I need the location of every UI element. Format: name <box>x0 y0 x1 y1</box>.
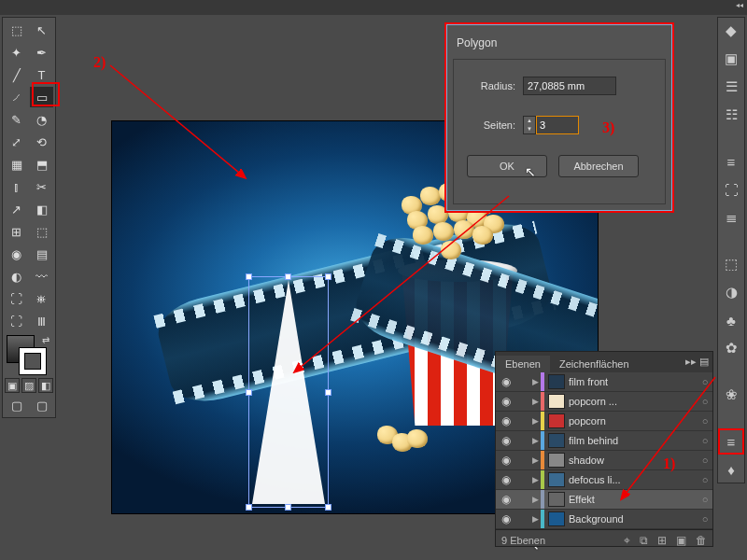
disclosure-icon[interactable]: ▶ <box>529 475 541 484</box>
screen-mode-icon[interactable]: ▢ <box>5 395 28 415</box>
brush-tool-icon[interactable]: ✎ <box>5 109 28 130</box>
disclosure-icon[interactable]: ▶ <box>529 377 541 386</box>
sides-input[interactable] <box>536 116 579 134</box>
visibility-toggle-icon[interactable]: ◉ <box>496 375 516 388</box>
fill-stroke-swatch[interactable]: ⇄ <box>5 333 53 376</box>
align-panel-icon[interactable]: ♣ <box>720 309 742 331</box>
eyedropper-tool-icon[interactable]: ◉ <box>5 244 28 264</box>
disclosure-icon[interactable]: ▶ <box>529 514 541 524</box>
disclosure-icon[interactable]: ▶ <box>529 416 541 426</box>
target-icon[interactable]: ○ <box>698 435 712 446</box>
panel-menu-icon[interactable]: ▸▸ ▤ <box>685 356 709 368</box>
symbols-panel-icon[interactable]: ☷ <box>720 104 742 126</box>
layer-name[interactable]: film front <box>569 376 698 387</box>
disclosure-icon[interactable]: ▶ <box>529 436 541 445</box>
zoom-tool-icon[interactable]: Ⅲ <box>30 311 53 331</box>
layer-name[interactable]: popcorn ... <box>569 396 698 407</box>
width-tool-icon[interactable]: ⫿ <box>5 176 28 197</box>
rotate-tool-icon[interactable]: ▦ <box>5 154 28 175</box>
target-icon[interactable]: ○ <box>698 513 712 525</box>
color-none-icon[interactable]: ◧ <box>38 378 53 393</box>
visibility-toggle-icon[interactable]: ◉ <box>496 473 516 486</box>
layer-name[interactable]: defocus li... <box>569 474 698 485</box>
layer-name[interactable]: film behind <box>569 435 698 446</box>
free-transform-icon[interactable]: ✂ <box>30 176 53 197</box>
swap-fill-stroke-icon[interactable]: ⇄ <box>42 335 49 345</box>
disclosure-icon[interactable]: ▶ <box>529 397 541 406</box>
appearance-panel-icon[interactable]: ⬚ <box>720 253 742 275</box>
slice-tool-icon[interactable]: ⛯ <box>30 288 53 309</box>
perspective-tool-icon[interactable]: ◧ <box>30 199 53 219</box>
transparency-panel-icon[interactable]: ≣ <box>720 206 742 229</box>
blob-tool-icon[interactable]: ⤢ <box>5 132 28 152</box>
polygon-tool-icon[interactable]: ▭ <box>30 87 53 107</box>
target-icon[interactable]: ○ <box>698 455 712 466</box>
scale-tool-icon[interactable]: ⬒ <box>30 154 53 175</box>
hand-tool-icon[interactable]: ⛶ <box>5 311 28 331</box>
swatches-panel-icon[interactable]: ▣ <box>720 48 742 70</box>
disclosure-icon[interactable]: ▶ <box>529 495 541 504</box>
lasso-tool-icon[interactable]: ✒ <box>30 42 53 63</box>
make-clip-icon[interactable]: ⧉ <box>640 534 648 547</box>
layer-row[interactable]: ◉ ▶ defocus li... ○ <box>496 470 712 490</box>
new-sublayer-icon[interactable]: ⊞ <box>657 534 667 547</box>
ok-button[interactable]: OK <box>467 155 547 177</box>
layer-name[interactable]: shadow <box>569 455 698 466</box>
pencil-tool-icon[interactable]: ◔ <box>30 109 53 130</box>
color-gradient-icon[interactable]: ▨ <box>21 378 36 393</box>
layer-name[interactable]: Effekt <box>569 494 698 505</box>
target-icon[interactable]: ○ <box>698 376 712 387</box>
artboards-panel-icon[interactable]: ♦ <box>720 458 742 481</box>
stroke-color-icon[interactable] <box>20 348 46 374</box>
layer-row[interactable]: ◉ ▶ Background ○ <box>496 510 712 529</box>
direct-select-tool-icon[interactable]: ↖ <box>30 20 53 40</box>
locate-layer-icon[interactable]: ⌖ <box>624 534 630 547</box>
target-icon[interactable]: ○ <box>698 396 712 407</box>
layer-row[interactable]: ◉ ▶ popcorn ... ○ <box>496 392 712 412</box>
graph-tool-icon[interactable]: 〰 <box>30 266 53 287</box>
magic-wand-icon[interactable]: ✦ <box>5 42 28 63</box>
pen-tool-icon[interactable]: ╱ <box>5 64 28 85</box>
type-tool-icon[interactable]: T <box>30 64 53 85</box>
layer-name[interactable]: Background <box>569 513 698 525</box>
graphic-styles-icon[interactable]: ◑ <box>720 281 742 303</box>
layer-row[interactable]: ◉ ▶ popcorn ○ <box>496 412 712 431</box>
radius-input[interactable] <box>523 77 616 95</box>
gradient-panel-icon[interactable]: ⛶ <box>720 178 742 201</box>
bounding-box[interactable] <box>248 276 329 508</box>
layers-panel-icon[interactable]: ≡ <box>720 430 742 453</box>
gradient-tool-icon[interactable]: ⬚ <box>30 221 53 242</box>
trash-icon[interactable]: 🗑 <box>696 534 707 547</box>
selected-polygon-shape[interactable] <box>252 280 325 504</box>
layer-row[interactable]: ◉ ▶ shadow ○ <box>496 451 712 470</box>
sides-stepper[interactable]: ▲▼ <box>523 116 579 134</box>
layer-row[interactable]: ◉ ▶ film front ○ <box>496 372 712 392</box>
cancel-button[interactable]: Abbrechen <box>558 155 639 177</box>
layer-row[interactable]: ◉ ▶ Effekt ○ <box>496 490 712 510</box>
artboard-tool-icon[interactable]: ⛶ <box>5 288 28 309</box>
visibility-toggle-icon[interactable]: ◉ <box>496 434 516 447</box>
color-solid-icon[interactable]: ▣ <box>5 378 20 393</box>
tab-layers[interactable]: Ebenen <box>496 356 550 372</box>
disclosure-icon[interactable]: ▶ <box>529 455 541 465</box>
mesh-tool-icon[interactable]: ⊞ <box>5 221 28 242</box>
visibility-toggle-icon[interactable]: ◉ <box>496 493 516 506</box>
screen-mode2-icon[interactable]: ▢ <box>30 395 53 415</box>
new-layer-icon[interactable]: ▣ <box>676 534 686 547</box>
visibility-toggle-icon[interactable]: ◉ <box>496 414 516 427</box>
pathfinder-panel-icon[interactable]: ✿ <box>720 337 742 359</box>
layer-row[interactable]: ◉ ▶ film behind ○ <box>496 431 712 451</box>
brushes-panel-icon[interactable]: ☰ <box>720 76 742 98</box>
transform-panel-icon[interactable]: ❀ <box>720 384 742 406</box>
visibility-toggle-icon[interactable]: ◉ <box>496 395 516 408</box>
target-icon[interactable]: ○ <box>698 494 712 505</box>
visibility-toggle-icon[interactable]: ◉ <box>496 512 516 525</box>
blend-tool-icon[interactable]: ▤ <box>30 244 53 264</box>
eraser-tool-icon[interactable]: ⟲ <box>30 132 53 152</box>
selection-tool-icon[interactable]: ⬚ <box>5 20 28 40</box>
color-panel-icon[interactable]: ◆ <box>720 20 742 42</box>
stroke-panel-icon[interactable]: ≡ <box>720 150 742 173</box>
target-icon[interactable]: ○ <box>698 415 712 427</box>
shape-builder-icon[interactable]: ↗ <box>5 199 28 219</box>
stepper-buttons[interactable]: ▲▼ <box>523 116 536 134</box>
